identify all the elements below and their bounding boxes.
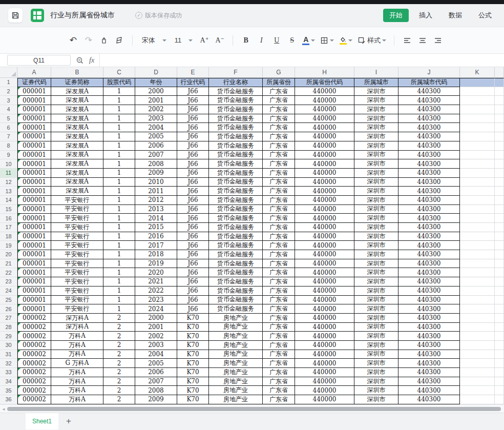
cell-K32[interactable] — [460, 359, 495, 368]
cell-G27[interactable]: 广东省 — [263, 314, 295, 323]
cell-I31[interactable]: 深圳市 — [354, 350, 398, 359]
cell-B7[interactable]: 深发展A — [51, 132, 103, 141]
cell-F34[interactable]: 房地产业 — [209, 377, 263, 386]
font-color-button[interactable]: A — [301, 34, 317, 47]
column-header-E[interactable]: E — [177, 67, 209, 78]
cell-K17[interactable] — [460, 223, 495, 232]
row-header-14[interactable]: 14 — [0, 196, 17, 205]
cell-C11[interactable]: 1 — [103, 169, 135, 178]
cell-E20[interactable]: J66 — [177, 250, 209, 259]
cell-E34[interactable]: K70 — [177, 377, 209, 386]
column-header-C[interactable]: C — [103, 67, 135, 78]
horizontal-scrollbar-thumb[interactable] — [7, 407, 501, 411]
cell-C29[interactable]: 2 — [103, 332, 135, 341]
cell-F18[interactable]: 货币金融服务 — [209, 232, 263, 241]
cell-A21[interactable]: 000001 — [17, 259, 51, 269]
cell-K31[interactable] — [460, 350, 495, 359]
cell-H34[interactable]: 440000 — [295, 377, 354, 386]
cell-F29[interactable]: 房地产业 — [209, 332, 263, 341]
cell-G7[interactable]: 广东省 — [263, 132, 295, 141]
cell-G13[interactable]: 广东省 — [263, 187, 295, 196]
row-header-1[interactable]: 1 — [0, 78, 17, 87]
cell-B27[interactable]: 深万科A — [51, 314, 103, 323]
row-header-23[interactable]: 23 — [0, 277, 17, 286]
row-header-36[interactable]: 36 — [0, 395, 17, 404]
cell-B14[interactable]: 平安银行 — [51, 196, 103, 205]
cell-I25[interactable]: 深圳市 — [354, 296, 398, 305]
cell-I24[interactable]: 深圳市 — [354, 286, 398, 296]
cell-H23[interactable]: 440000 — [295, 277, 354, 286]
decrease-font-button[interactable]: A⁻ — [213, 34, 226, 47]
cell-B16[interactable]: 平安银行 — [51, 214, 103, 223]
cell-K8[interactable] — [460, 141, 495, 151]
cell-J25[interactable]: 440300 — [398, 296, 460, 305]
cell-K2[interactable] — [460, 87, 495, 96]
cell-A14[interactable]: 000001 — [17, 196, 51, 205]
cell-I6[interactable]: 深圳市 — [354, 123, 398, 132]
cell-I30[interactable]: 深圳市 — [354, 341, 398, 350]
scroll-left-arrow[interactable]: ◂ — [0, 406, 7, 412]
row-header-19[interactable]: 19 — [0, 241, 17, 250]
cell-E10[interactable]: J66 — [177, 159, 209, 169]
cell-G19[interactable]: 广东省 — [263, 241, 295, 250]
cell-H14[interactable]: 440000 — [295, 196, 354, 205]
cell-B9[interactable]: 深发展A — [51, 151, 103, 160]
cell-F28[interactable]: 房地产业 — [209, 323, 263, 332]
cell-K1[interactable] — [460, 78, 495, 87]
cell-H16[interactable]: 440000 — [295, 214, 354, 223]
cell-C31[interactable]: 2 — [103, 350, 135, 359]
cell-J2[interactable]: 440300 — [398, 87, 460, 96]
cell-I22[interactable]: 深圳市 — [354, 268, 398, 277]
cell-E21[interactable]: J66 — [177, 259, 209, 269]
cell-K23[interactable] — [460, 277, 495, 286]
name-box[interactable]: Q11 — [7, 55, 71, 66]
row-header-17[interactable]: 17 — [0, 223, 17, 232]
select-all-corner[interactable] — [0, 67, 17, 78]
cell-A16[interactable]: 000001 — [17, 214, 51, 223]
cell-A10[interactable]: 000001 — [17, 159, 51, 169]
cell-I15[interactable]: 深圳市 — [354, 205, 398, 214]
cell-C1[interactable]: 股票代码 — [103, 78, 135, 87]
cell-D33[interactable]: 2006 — [135, 368, 177, 377]
cell-G11[interactable]: 广东省 — [263, 169, 295, 178]
cell-A8[interactable]: 000001 — [17, 141, 51, 151]
cell-F2[interactable]: 货币金融服务 — [209, 87, 263, 96]
row-header-32[interactable]: 32 — [0, 359, 17, 368]
cell-G34[interactable]: 广东省 — [263, 377, 295, 386]
cell-I4[interactable]: 深圳市 — [354, 105, 398, 114]
cell-H29[interactable]: 440000 — [295, 332, 354, 341]
cell-H2[interactable]: 440000 — [295, 87, 354, 96]
align-left-button[interactable] — [401, 34, 414, 47]
cell-D1[interactable]: 年份 — [135, 78, 177, 87]
cell-F6[interactable]: 货币金融服务 — [209, 123, 263, 132]
cell-B3[interactable]: 深发展A — [51, 96, 103, 105]
cell-F10[interactable]: 货币金融服务 — [209, 159, 263, 169]
cell-G21[interactable]: 广东省 — [263, 259, 295, 269]
cell-I21[interactable]: 深圳市 — [354, 259, 398, 269]
cell-K10[interactable] — [460, 159, 495, 169]
cell-J6[interactable]: 440300 — [398, 123, 460, 132]
cell-C23[interactable]: 1 — [103, 277, 135, 286]
cell-H20[interactable]: 440000 — [295, 250, 354, 259]
cell-I8[interactable]: 深圳市 — [354, 141, 398, 151]
cell-I34[interactable]: 深圳市 — [354, 377, 398, 386]
cell-B32[interactable]: G 万科A — [51, 359, 103, 368]
row-header-21[interactable]: 21 — [0, 259, 17, 269]
cell-E32[interactable]: K70 — [177, 359, 209, 368]
cell-I1[interactable]: 所属城市 — [354, 78, 398, 87]
cell-I32[interactable]: 深圳市 — [354, 359, 398, 368]
cell-F35[interactable]: 房地产业 — [209, 386, 263, 395]
cell-G32[interactable]: 广东省 — [263, 359, 295, 368]
cell-C24[interactable]: 1 — [103, 286, 135, 296]
font-family-select[interactable]: 宋体 — [139, 34, 170, 47]
cell-F24[interactable]: 货币金融服务 — [209, 286, 263, 296]
cell-G18[interactable]: 广东省 — [263, 232, 295, 241]
fill-color-button[interactable] — [338, 34, 354, 47]
cell-J21[interactable]: 440300 — [398, 259, 460, 269]
cell-E13[interactable]: J66 — [177, 187, 209, 196]
cell-C32[interactable]: 2 — [103, 359, 135, 368]
cell-H4[interactable]: 440000 — [295, 105, 354, 114]
cell-D17[interactable]: 2015 — [135, 223, 177, 232]
cell-B21[interactable]: 平安银行 — [51, 259, 103, 269]
cell-K26[interactable] — [460, 304, 495, 314]
